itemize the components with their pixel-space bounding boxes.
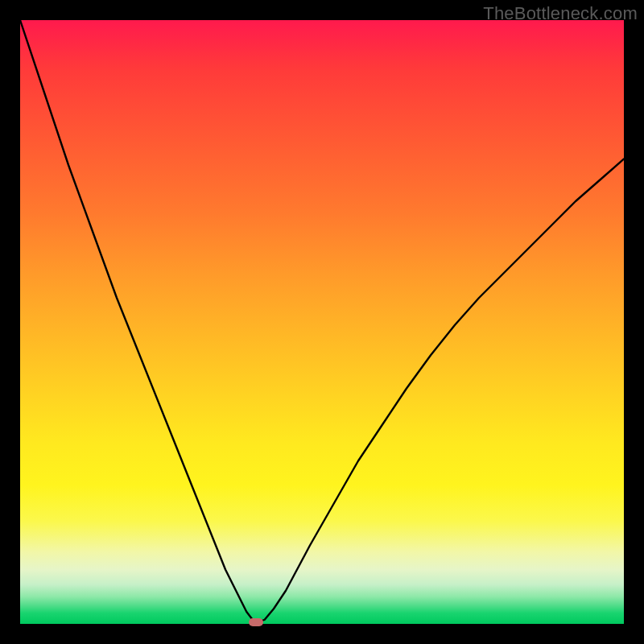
optimal-marker [249, 618, 263, 626]
outer-frame: TheBottleneck.com [0, 0, 644, 644]
plot-area [20, 20, 624, 624]
watermark-text: TheBottleneck.com [483, 3, 638, 24]
bottleneck-curve [20, 20, 624, 624]
